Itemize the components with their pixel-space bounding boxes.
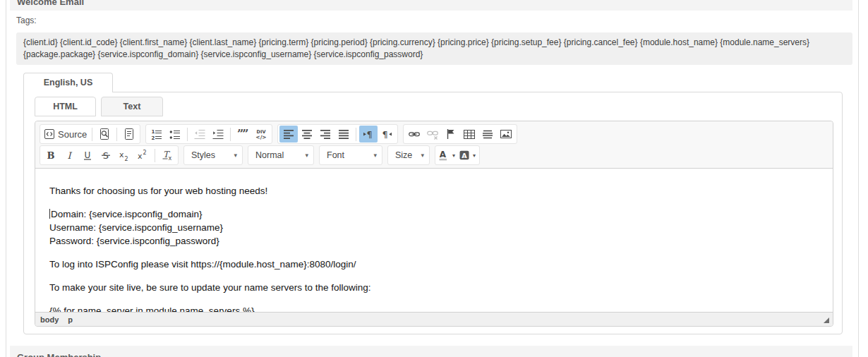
align-left-icon <box>283 128 294 140</box>
horizontal-rule-icon <box>482 128 493 140</box>
section-header-welcome-email: Welcome Email <box>10 0 852 11</box>
chevron-down-icon: ▾ <box>452 152 455 159</box>
chevron-down-icon: ▾ <box>228 152 237 159</box>
bold-button[interactable]: B <box>42 147 60 164</box>
outdent-button <box>191 126 209 143</box>
editor-paragraph: Thanks for choosing us for your web host… <box>49 184 819 198</box>
tags-label: Tags: <box>16 16 37 25</box>
toolbar-button-group: ¶¶ <box>277 124 398 144</box>
table-icon <box>464 128 475 140</box>
chevron-down-icon: ▾ <box>415 152 424 159</box>
div-container-button[interactable]: DIV</> <box>252 126 270 143</box>
element-path: bodyp <box>40 315 73 324</box>
align-left-button[interactable] <box>279 126 298 143</box>
svg-text:U: U <box>85 150 91 160</box>
horizontal-rule-button[interactable] <box>478 126 497 143</box>
editor-paragraph: {% for name_server in module.name_server… <box>49 304 819 312</box>
table-button[interactable] <box>460 126 478 143</box>
toolbar-separator <box>116 128 117 141</box>
templates-button[interactable] <box>120 126 138 143</box>
toolbar-row: BIUSx2x2TxStyles▾Normal▾Font▾Size▾A▾A▾ <box>40 145 828 166</box>
background-color-button[interactable]: A▾ <box>457 147 478 164</box>
anchor-button[interactable] <box>442 126 460 143</box>
button-label: Source <box>58 129 87 140</box>
image-button[interactable] <box>497 126 515 143</box>
remove-format-button[interactable]: Tx <box>158 147 176 164</box>
combo-label: Size <box>395 150 412 160</box>
blockquote-button[interactable]: ”” <box>234 126 252 143</box>
combo-label: Font <box>327 150 344 160</box>
bold-icon: B <box>45 150 56 161</box>
editor-status-bar: bodyp <box>35 312 833 326</box>
svg-text:x: x <box>138 152 143 161</box>
text-cursor <box>49 209 50 219</box>
anchor-icon <box>445 128 457 140</box>
toolbar-separator <box>187 128 188 141</box>
panel-border-left <box>6 0 6 357</box>
source-button[interactable]: Source <box>42 126 89 143</box>
section-title: Welcome Email <box>17 0 84 7</box>
strikethrough-icon: S <box>100 150 111 161</box>
element-path-item-body[interactable]: body <box>40 315 59 324</box>
indent-button[interactable] <box>209 126 227 143</box>
svg-text:¶: ¶ <box>382 129 388 140</box>
italic-button[interactable]: I <box>60 147 78 164</box>
editor-content-area[interactable]: Thanks for choosing us for your web host… <box>35 169 833 312</box>
section-header-group-membership: Group Membership <box>10 346 852 357</box>
element-path-item-p[interactable]: p <box>68 315 73 324</box>
svg-text:A: A <box>440 150 447 159</box>
toolbar-separator <box>230 128 231 141</box>
align-center-button[interactable] <box>298 126 316 143</box>
chevron-down-icon: ▾ <box>368 152 377 159</box>
link-button[interactable] <box>405 126 423 143</box>
text-color-button[interactable]: A▾ <box>437 147 457 164</box>
align-right-button[interactable] <box>316 126 334 143</box>
rtl-icon: ¶ <box>381 128 392 140</box>
underline-button[interactable]: U <box>78 147 97 164</box>
editor-paragraph: Domain: {service.ispconfig_domain}Userna… <box>49 207 819 248</box>
tab-language-english-us[interactable]: English, US <box>23 73 113 92</box>
italic-icon: I <box>64 150 75 161</box>
svg-text:A: A <box>462 152 467 159</box>
font-combo[interactable]: Font▾ <box>319 145 382 165</box>
language-tab-panel: HTML Text Source12””DIV</>¶¶BIUSx2x2TxSt… <box>23 92 843 334</box>
strikethrough-button[interactable]: S <box>97 147 115 164</box>
link-icon <box>409 128 420 140</box>
background-color-icon: A <box>459 150 471 161</box>
svg-text:x: x <box>119 150 124 159</box>
justify-button[interactable] <box>334 126 353 143</box>
justify-icon <box>338 128 349 140</box>
templates-icon <box>123 128 135 140</box>
svg-text:I: I <box>67 150 72 161</box>
preview-button[interactable] <box>95 126 114 143</box>
toolbar-button-group <box>403 124 517 144</box>
chevron-down-icon: ▾ <box>473 152 476 159</box>
resize-handle[interactable] <box>824 317 829 323</box>
styles-combo[interactable]: Styles▾ <box>183 145 243 165</box>
text-direction-rtl-button[interactable]: ¶ <box>378 126 396 143</box>
ltr-icon: ¶ <box>363 128 374 140</box>
text-direction-ltr-button[interactable]: ¶ <box>359 126 378 143</box>
tags-list: {client.id} {client.id_code} {client.fir… <box>16 32 852 65</box>
superscript-icon: x2 <box>137 150 148 161</box>
toolbar-separator <box>356 128 356 141</box>
toolbar-separator <box>155 149 155 162</box>
svg-text:2: 2 <box>143 150 147 156</box>
tab-label: HTML <box>53 102 78 111</box>
remove-format-icon: Tx <box>162 150 173 161</box>
tab-html[interactable]: HTML <box>35 97 96 116</box>
bulleted-list-button[interactable] <box>166 126 184 143</box>
toolbar-button-group: BIUSx2x2Tx <box>40 145 179 165</box>
numbered-list-button[interactable]: 12 <box>147 126 166 143</box>
align-center-icon <box>301 128 313 140</box>
size-combo[interactable]: Size▾ <box>387 145 430 165</box>
tab-text[interactable]: Text <box>101 97 163 116</box>
superscript-button[interactable]: x2 <box>133 147 152 164</box>
outdent-icon <box>194 128 205 140</box>
div-container-icon: DIV</> <box>255 128 267 140</box>
subscript-button[interactable]: x2 <box>115 147 133 164</box>
align-right-icon <box>320 128 331 140</box>
text-color-icon: A <box>439 150 450 161</box>
tab-label: English, US <box>44 78 92 87</box>
paragraph-format-combo[interactable]: Normal▾ <box>248 145 314 165</box>
